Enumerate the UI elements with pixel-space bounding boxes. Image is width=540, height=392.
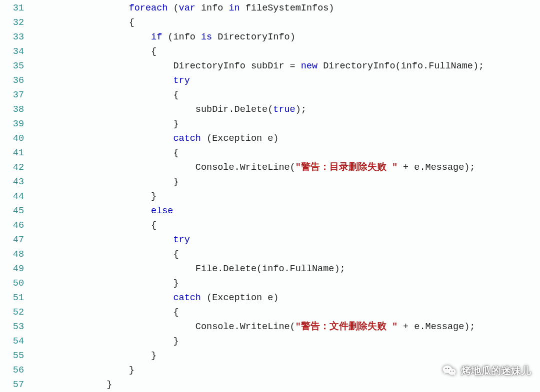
- watermark-text: 烤地瓜的迷妹儿: [461, 364, 531, 378]
- code-line: 50 }: [0, 276, 540, 291]
- code-line: 51 catch (Exception e): [0, 291, 540, 305]
- code-token: }: [173, 278, 178, 289]
- code-token: {: [173, 90, 178, 100]
- code-token: fileSystemInfos): [240, 3, 334, 13]
- line-number: 31: [0, 1, 40, 15]
- code-token: DirectoryInfo subDir =: [173, 61, 300, 71]
- svg-point-3: [448, 368, 449, 369]
- code-line: 55 }: [0, 349, 540, 363]
- code-token: }: [106, 380, 112, 390]
- code-content: Console.WriteLine("警告：文件删除失败 " + e.Messa…: [40, 320, 540, 334]
- code-content: else: [40, 204, 540, 218]
- code-line: 49 File.Delete(info.FullName);: [0, 262, 540, 276]
- code-line: 32 {: [0, 15, 540, 30]
- code-block: 31 foreach (var info in fileSystemInfos)…: [0, 0, 540, 392]
- line-number: 55: [0, 349, 40, 363]
- code-token: catch: [173, 293, 201, 303]
- code-content: {: [40, 15, 540, 30]
- line-number: 54: [0, 334, 40, 349]
- code-content: foreach (var info in fileSystemInfos): [40, 1, 540, 15]
- code-content: if (info is DirectoryInfo): [40, 30, 540, 44]
- line-number: 51: [0, 291, 40, 305]
- code-token: var: [179, 3, 196, 13]
- line-number: 35: [0, 59, 40, 73]
- line-number: 50: [0, 276, 40, 291]
- code-content: }: [40, 334, 540, 349]
- code-token: }: [151, 351, 156, 361]
- code-token: (Exception e): [201, 133, 278, 144]
- line-number: 41: [0, 146, 40, 160]
- code-token: else: [151, 206, 173, 216]
- code-content: {: [40, 44, 540, 59]
- svg-point-4: [450, 371, 452, 372]
- code-token: try: [173, 235, 190, 245]
- line-number: 53: [0, 320, 40, 334]
- code-token: File.Delete(info.FullName);: [196, 264, 346, 274]
- code-line: 37 {: [0, 88, 540, 102]
- line-number: 44: [0, 189, 40, 204]
- line-number: 49: [0, 262, 40, 276]
- code-content: {: [40, 218, 540, 233]
- line-number: 46: [0, 218, 40, 233]
- code-token: try: [173, 75, 190, 86]
- code-content: try: [40, 233, 540, 247]
- code-line: 36 try: [0, 73, 540, 88]
- code-line: 47 try: [0, 233, 540, 247]
- code-token: if: [151, 32, 162, 42]
- code-token: info: [196, 3, 229, 13]
- code-token: {: [173, 249, 178, 260]
- line-number: 36: [0, 73, 40, 88]
- code-content: Console.WriteLine("警告：目录删除失败 " + e.Messa…: [40, 160, 540, 175]
- code-token: DirectoryInfo(info.FullName);: [318, 61, 484, 71]
- code-line: 40 catch (Exception e): [0, 131, 540, 146]
- code-token: subDir.Delete(: [196, 104, 273, 115]
- code-content: }: [40, 175, 540, 189]
- code-token: Console.WriteLine(: [196, 162, 296, 173]
- code-token: + e.Message);: [398, 162, 475, 173]
- code-token: "警告：目录删除失败 ": [296, 162, 398, 173]
- code-token: true: [273, 104, 295, 115]
- code-content: File.Delete(info.FullName);: [40, 262, 540, 276]
- code-content: {: [40, 247, 540, 262]
- code-token: }: [173, 119, 178, 129]
- code-content: }: [40, 378, 540, 392]
- line-number: 52: [0, 305, 40, 320]
- code-line: 44 }: [0, 189, 540, 204]
- code-token: (: [168, 3, 178, 13]
- line-number: 42: [0, 160, 40, 175]
- code-content: {: [40, 88, 540, 102]
- code-token: }: [173, 177, 178, 187]
- code-content: subDir.Delete(true);: [40, 102, 540, 117]
- code-line: 57 }: [0, 378, 540, 392]
- code-line: 33 if (info is DirectoryInfo): [0, 30, 540, 44]
- line-number: 57: [0, 378, 40, 392]
- code-line: 53 Console.WriteLine("警告：文件删除失败 " + e.Me…: [0, 320, 540, 334]
- code-token: new: [301, 61, 318, 71]
- code-line: 38 subDir.Delete(true);: [0, 102, 540, 117]
- line-number: 39: [0, 117, 40, 131]
- svg-point-2: [446, 368, 446, 369]
- code-token: + e.Message);: [398, 322, 475, 332]
- svg-point-5: [453, 371, 454, 372]
- code-line: 54 }: [0, 334, 540, 349]
- watermark: 烤地瓜的迷妹儿: [442, 363, 531, 378]
- line-number: 56: [0, 363, 40, 378]
- code-line: 46 {: [0, 218, 540, 233]
- line-number: 33: [0, 30, 40, 44]
- code-token: {: [173, 307, 178, 318]
- line-number: 34: [0, 44, 40, 59]
- code-line: 34 {: [0, 44, 540, 59]
- code-token: {: [151, 46, 156, 57]
- code-token: }: [129, 365, 134, 376]
- code-token: DirectoryInfo): [212, 32, 296, 42]
- line-number: 37: [0, 88, 40, 102]
- code-token: }: [173, 336, 178, 347]
- code-token: {: [173, 148, 178, 158]
- code-line: 45 else: [0, 204, 540, 218]
- code-content: }: [40, 117, 540, 131]
- code-line: 35 DirectoryInfo subDir = new DirectoryI…: [0, 59, 540, 73]
- code-content: }: [40, 276, 540, 291]
- code-content: {: [40, 146, 540, 160]
- code-token: is: [201, 32, 212, 42]
- line-number: 47: [0, 233, 40, 247]
